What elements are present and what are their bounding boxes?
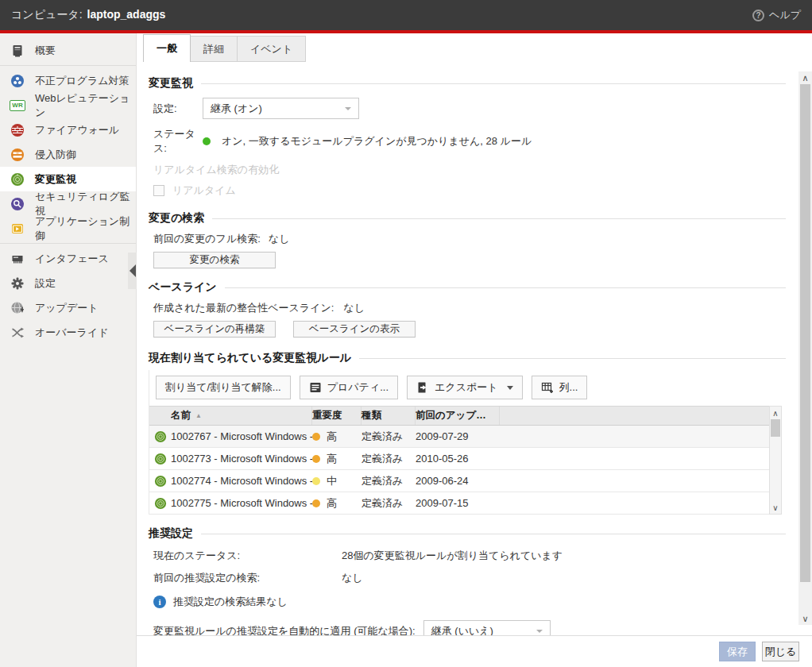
settings-gear-icon <box>10 276 25 291</box>
save-button[interactable]: 保存 <box>719 642 756 661</box>
severity-dot <box>312 455 320 463</box>
realtime-enable-label: リアルタイム検索の有効化 <box>153 163 279 177</box>
web-reputation-icon: WR <box>10 98 25 113</box>
main-scrollbar[interactable]: ∧ ∨ <box>798 71 812 625</box>
table-header-row: 名前 ▲ 重要度 種類 前回のアップ… <box>149 407 769 426</box>
integrity-state-dropdown[interactable]: 継承 (オン) <box>203 98 359 119</box>
firewall-icon <box>10 123 25 137</box>
section-title: 推奨設定 <box>149 526 193 541</box>
dropdown-value: 継承 (いいえ) <box>431 624 493 636</box>
severity-dot <box>312 477 320 485</box>
section-integrity-monitoring: 変更監視 <box>149 76 786 91</box>
section-title: 現在割り当てられている変更監視ルール <box>149 351 351 365</box>
sidebar-item-interfaces[interactable]: インタフェース <box>0 246 136 271</box>
rule-updated: 2010-05-26 <box>416 453 500 465</box>
sidebar-item-label: 概要 <box>35 44 56 58</box>
auto-apply-dropdown[interactable]: 継承 (いいえ) <box>423 620 551 635</box>
rule-updated: 2009-07-15 <box>416 497 500 509</box>
integrity-rule-icon <box>154 475 167 488</box>
main-panel: 一般 詳細 イベント 変更監視 設定: 継承 (オン) ステータス: <box>137 33 812 667</box>
last-full-scan-value: なし <box>269 232 290 246</box>
severity-dot <box>312 499 320 507</box>
column-header-name[interactable]: 名前 ▲ <box>171 407 312 425</box>
scroll-down-icon[interactable]: ∨ <box>770 501 781 514</box>
column-header-severity[interactable]: 重要度 <box>312 407 362 425</box>
sort-ascending-icon: ▲ <box>195 412 202 419</box>
tab-advanced[interactable]: 詳細 <box>191 36 238 62</box>
view-baseline-button[interactable]: ベースラインの表示 <box>293 321 416 337</box>
last-baseline-value: なし <box>343 301 365 315</box>
columns-button[interactable]: 列... <box>532 376 588 399</box>
scroll-up-icon[interactable]: ∧ <box>798 71 812 84</box>
tab-general[interactable]: 一般 <box>143 34 191 62</box>
interfaces-icon <box>10 252 25 266</box>
table-row[interactable]: 1002767 - Microsoft Windows -… 高 定義済み 20… <box>149 426 769 448</box>
section-rule <box>359 358 786 359</box>
sidebar-item-application-control[interactable]: アプリケーション制御 <box>0 216 136 241</box>
realtime-checkbox-label: リアルタイム <box>172 183 236 198</box>
main-scrollbar-thumb[interactable] <box>800 84 810 582</box>
section-rule <box>201 534 786 534</box>
rule-name: 1002767 - Microsoft Windows -… <box>171 430 312 442</box>
status-on-dot <box>203 137 211 145</box>
section-baseline: ベースライン <box>149 280 786 295</box>
sidebar-item-label: 侵入防御 <box>35 148 76 162</box>
column-header-last-updated[interactable]: 前回のアップ… <box>416 407 500 425</box>
sidebar-item-anti-malware[interactable]: 不正プログラム対策 <box>0 68 136 93</box>
button-label: エクスポート <box>435 380 498 395</box>
help-button[interactable]: ? ヘルプ <box>752 8 801 22</box>
table-row[interactable]: 1002775 - Microsoft Windows -… 高 定義済み 20… <box>149 492 769 515</box>
sidebar-collapse-handle[interactable] <box>128 253 137 289</box>
section-title: 変更の検索 <box>149 211 204 226</box>
sidebar-item-settings[interactable]: 設定 <box>0 271 136 295</box>
rule-type: 定義済み <box>362 430 416 444</box>
rule-name: 1002773 - Microsoft Windows - '… <box>171 453 312 465</box>
rule-updated: 2009-06-24 <box>416 475 500 487</box>
scroll-up-icon[interactable]: ∧ <box>770 407 781 419</box>
collapse-arrow-icon <box>130 264 136 277</box>
chevron-down-icon <box>507 386 513 390</box>
tab-events[interactable]: イベント <box>238 36 306 62</box>
table-row[interactable]: 1002773 - Microsoft Windows - '… 高 定義済み … <box>149 448 769 470</box>
sidebar-item-firewall[interactable]: ファイアウォール <box>0 118 136 142</box>
sidebar-item-overview[interactable]: 概要 <box>0 38 136 63</box>
status-text: オン, 一致するモジュールプラグインが見つかりません, 28 ルール <box>222 134 532 148</box>
sidebar-item-intrusion-prevention[interactable]: 侵入防御 <box>0 142 136 167</box>
updates-icon <box>10 301 25 315</box>
sidebar-item-integrity-monitoring[interactable]: 変更監視 <box>0 167 136 191</box>
integrity-rule-icon <box>154 497 167 510</box>
config-label: 設定: <box>153 102 203 116</box>
sidebar-item-updates[interactable]: アップデート <box>0 295 136 320</box>
footer-bar: 保存 閉じる <box>137 635 812 667</box>
section-rule <box>212 218 786 219</box>
rule-name: 1002774 - Microsoft Windows -… <box>171 475 312 487</box>
sidebar-item-label: 設定 <box>35 276 56 291</box>
table-scrollbar-thumb[interactable] <box>771 419 780 437</box>
sidebar-item-web-reputation[interactable]: WR Webレピュテーション <box>0 93 136 118</box>
assign-unassign-button[interactable]: 割り当て/割り当て解除... <box>156 376 291 399</box>
scan-for-changes-button[interactable]: 変更の検索 <box>153 252 276 268</box>
dropdown-value: 継承 (オン) <box>211 102 262 116</box>
sidebar-item-overrides[interactable]: オーバーライド <box>0 320 136 345</box>
section-rule <box>201 83 786 84</box>
realtime-checkbox <box>153 185 164 196</box>
close-button[interactable]: 閉じる <box>762 642 799 661</box>
section-assigned-rules: 現在割り当てられている変更監視ルール <box>149 351 786 365</box>
page-title: コンピュータ:laptop_adaggs <box>11 8 165 22</box>
properties-button[interactable]: プロパティ... <box>300 376 398 399</box>
export-button[interactable]: エクスポート <box>407 376 523 399</box>
anti-malware-icon <box>10 74 25 88</box>
scroll-down-icon[interactable]: ∨ <box>798 612 812 625</box>
sidebar-item-log-inspection[interactable]: セキュリティログ監視 <box>0 191 136 216</box>
tab-bar: 一般 詳細 イベント <box>137 33 812 62</box>
table-scrollbar[interactable]: ∧ ∨ <box>769 406 782 515</box>
columns-icon <box>541 381 554 394</box>
chevron-down-icon <box>345 107 351 110</box>
window-title-bar: コンピュータ:laptop_adaggs ? ヘルプ <box>0 0 812 30</box>
severity-label: 高 <box>327 430 337 444</box>
rebuild-baseline-button[interactable]: ベースラインの再構築 <box>153 321 276 337</box>
table-row[interactable]: 1002774 - Microsoft Windows -… 中 定義済み 20… <box>149 470 769 492</box>
sidebar-separator <box>0 65 136 66</box>
column-header-type[interactable]: 種類 <box>362 407 416 425</box>
current-status-label: 現在のステータス: <box>153 549 342 563</box>
